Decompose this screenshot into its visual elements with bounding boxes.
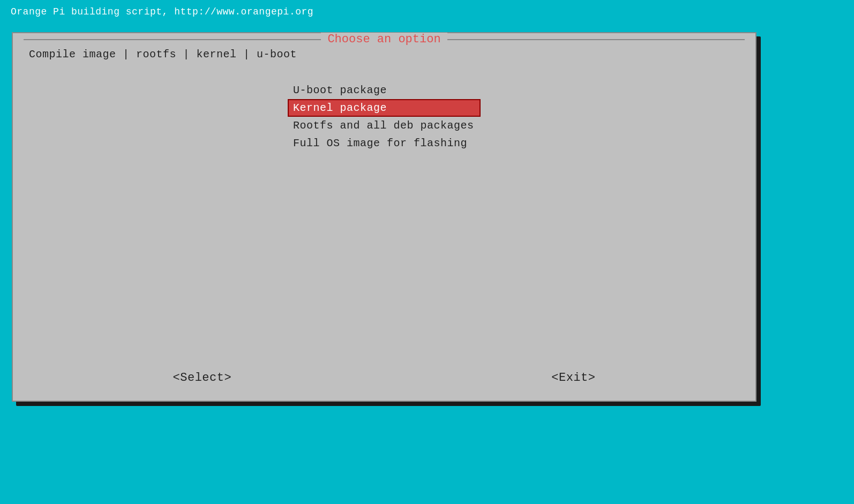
select-button[interactable]: <Select> xyxy=(173,371,232,385)
title-line-left xyxy=(24,39,321,40)
dialog-subtitle: Compile image | rootfs | kernel | u-boot xyxy=(29,48,297,61)
exit-button[interactable]: <Exit> xyxy=(551,371,595,385)
menu-item-kernel[interactable]: Kernel package xyxy=(288,99,481,117)
terminal-title: Orange Pi building script, http://www.or… xyxy=(11,6,313,17)
menu-container: U-boot package Kernel package Rootfs and… xyxy=(13,81,755,152)
dialog-title: Choose an option xyxy=(321,33,447,46)
menu-item-full-os[interactable]: Full OS image for flashing xyxy=(288,134,481,152)
title-line-right xyxy=(447,39,745,40)
dialog-box: Choose an option Compile image | rootfs … xyxy=(12,32,756,402)
menu-item-uboot[interactable]: U-boot package xyxy=(288,81,481,99)
dialog-title-bar: Choose an option xyxy=(13,33,755,46)
menu-item-rootfs[interactable]: Rootfs and all deb packages xyxy=(288,117,481,134)
buttons-row: <Select> <Exit> xyxy=(13,371,755,385)
